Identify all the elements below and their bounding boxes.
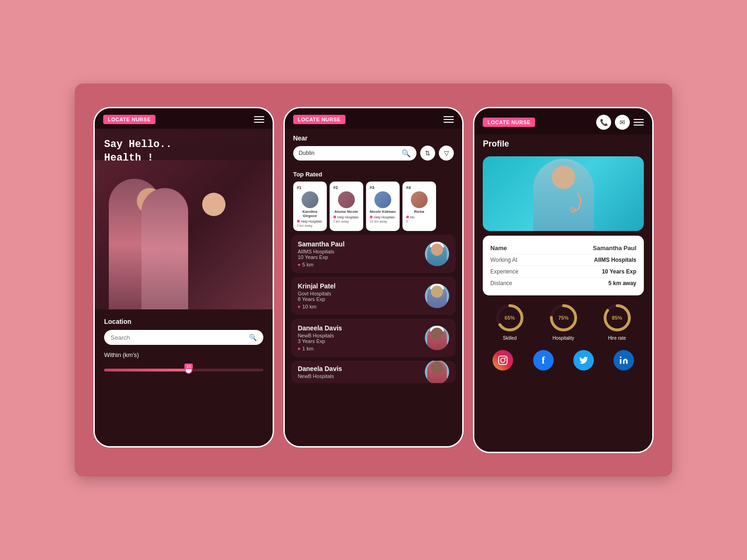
app-container: LOCATE NURSE Say Hello.. Health ! Locati… [75, 84, 672, 476]
nc-hospital-1: AIIMS Hospitals [298, 249, 420, 254]
tr-name-2: Aluma Nicole [333, 210, 359, 214]
search-input-1[interactable] [111, 334, 249, 341]
nurse-head-right [202, 193, 226, 216]
distance-slider[interactable]: 15 [104, 363, 263, 377]
tr-name-3: Nicole Kidman [370, 210, 396, 214]
nurse-card-2-info: Krinjal Patel Govt Hospitals 8 Years Exp… [298, 282, 420, 309]
tr-rank-4: #4 [406, 185, 432, 190]
slider-thumb[interactable]: 15 [185, 366, 192, 374]
filter-icon[interactable]: ▽ [439, 146, 454, 161]
nurse-list: Samantha Paul AIIMS Hospitals 10 Years E… [285, 231, 463, 387]
profile-info-card: Name Samantha Paul Working At AIIMS Hosp… [483, 236, 644, 295]
nurse-photo-head [552, 166, 575, 189]
nc-name-1: Samantha Paul [298, 240, 420, 248]
info-key-exp: Experience [490, 268, 518, 275]
skill-circle-skilled: 65% [495, 303, 525, 333]
skills-row: 65% Skilled 75% Hospitality [474, 295, 652, 345]
screen2-body: Near 🔍 ⇅ ▽ Top Rated #1 Karolina Girgoce… [285, 129, 463, 446]
search-box-1[interactable]: 🔍 [104, 330, 263, 345]
nc-name-3: Daneela Davis [298, 324, 420, 332]
skill-item-hirerate: 85% Hire rate [602, 303, 632, 341]
tr-name-4: Richa [406, 210, 432, 214]
heart-icon-2: ♥ [298, 304, 301, 309]
tr-name-1: Karolina Girgoce [297, 210, 323, 218]
info-key-hospital: Working At [490, 257, 517, 263]
greeting-line2: Health ! [104, 152, 263, 165]
nurse-photo [483, 156, 644, 231]
top-rated-card-3[interactable]: #3 Nicole Kidman Help Hospitals 10 km aw… [366, 182, 400, 231]
tr-rank-1: #1 [297, 185, 323, 190]
phone2-header: LOCATE NURSE [285, 108, 463, 129]
nurse-figure-right [141, 188, 188, 309]
linkedin-icon[interactable] [613, 350, 634, 371]
info-val-hospital: AIIMS Hospitals [594, 257, 636, 263]
app-badge-2: LOCATE NURSE [293, 115, 345, 124]
nc-dist-1: ♥ 5 km [298, 262, 420, 267]
nurse-card-4[interactable]: Daneela Davis NewB Hospitals [291, 361, 456, 383]
tr-avatar-3 [374, 191, 391, 208]
twitter-icon[interactable] [573, 350, 594, 371]
avatar-head-1 [431, 244, 443, 256]
screen3-body: Profile Name Samantha Paul [474, 134, 652, 452]
avatar-figure-2 [427, 285, 447, 308]
tr-hospital-2: Help Hospitals [333, 216, 359, 219]
app-badge-3: LOCATE NURSE [483, 118, 535, 127]
skill-circle-hospitality: 75% [549, 303, 578, 333]
near-label: Near [293, 134, 454, 142]
menu-icon-1[interactable] [254, 116, 264, 123]
nc-hospital-3: NewB Hospitals [298, 333, 420, 338]
info-val-distance: 5 km away [608, 280, 636, 287]
skill-label-hirerate: Hire rate [608, 336, 626, 341]
app-badge-1: LOCATE NURSE [103, 115, 155, 124]
instagram-icon[interactable] [493, 350, 513, 371]
nc-exp-3: 3 Years Exp [298, 338, 420, 344]
nc-exp-2: 8 Years Exp [298, 296, 420, 302]
nurse-card-3-info: Daneela Davis NewB Hospitals 3 Years Exp… [298, 324, 420, 351]
nurse-avatar-3 [425, 326, 449, 350]
tr-distance-2: 1 km away [333, 220, 359, 223]
tr-hospital-4: Ho [406, 216, 432, 219]
nurse-card-1[interactable]: Samantha Paul AIIMS Hospitals 10 Years E… [291, 235, 456, 273]
svg-point-10 [620, 357, 621, 358]
screen1-body: Say Hello.. Health ! Location 🔍 Within (… [95, 129, 273, 446]
skill-item-skilled: 65% Skilled [495, 303, 525, 341]
near-search-input[interactable] [299, 150, 402, 156]
nurse-card-2[interactable]: Krinjal Patel Govt Hospitals 8 Years Exp… [291, 277, 456, 315]
menu-icon-2[interactable] [444, 116, 454, 123]
menu-icon-3[interactable] [634, 119, 644, 126]
location-section: Location 🔍 Within (km's) 15 [95, 309, 273, 385]
phone1-header: LOCATE NURSE [95, 108, 273, 129]
top-rated-label: Top Rated [293, 171, 454, 178]
info-row-name: Name Samantha Paul [490, 242, 636, 254]
nurse-avatar-1 [425, 242, 449, 266]
nc-name-2: Krinjal Patel [298, 282, 420, 290]
tr-hospital-3: Help Hospitals [370, 216, 396, 219]
phone-call-icon[interactable]: 📞 [596, 115, 611, 130]
facebook-icon[interactable]: f [533, 350, 554, 371]
nc-dist-3: ♥ 1 km [298, 346, 420, 351]
nurse-avatar-2 [425, 284, 449, 308]
phone-1: LOCATE NURSE Say Hello.. Health ! Locati… [93, 107, 274, 448]
avatar-figure-3 [427, 327, 447, 350]
within-label: Within (km's) [104, 351, 263, 358]
heart-icon-1: ♥ [298, 262, 301, 267]
info-val-exp: 10 Years Exp [602, 268, 636, 275]
near-search-box[interactable]: 🔍 [293, 146, 417, 161]
email-icon[interactable]: ✉ [615, 115, 630, 130]
info-row-distance: Distance 5 km away [490, 278, 636, 289]
tr-distance-3: 10 km away [370, 220, 396, 223]
top-rated-card-1[interactable]: #1 Karolina Girgoce Help Hospitals 2 km … [293, 182, 327, 231]
phone-3: LOCATE NURSE 📞 ✉ Profile [473, 107, 654, 453]
profile-header-section: Profile [474, 134, 652, 152]
svg-point-8 [501, 358, 505, 362]
top-rated-card-4[interactable]: #4 Richa Ho 5 [402, 182, 436, 231]
slider-value: 15 [184, 364, 193, 369]
nc-hospital-2: Govt Hospitals [298, 291, 420, 296]
nurse-card-3[interactable]: Daneela Davis NewB Hospitals 3 Years Exp… [291, 319, 456, 357]
top-rated-card-2[interactable]: #2 Aluma Nicole Help Hospitals 1 km away [330, 182, 363, 231]
skill-label-skilled: Skilled [503, 336, 516, 341]
filter-sort-icon[interactable]: ⇅ [420, 146, 435, 161]
skill-circle-hirerate: 85% [602, 303, 632, 333]
nurse-avatar-4 [425, 361, 449, 383]
tr-distance-4: 5 [406, 220, 432, 223]
